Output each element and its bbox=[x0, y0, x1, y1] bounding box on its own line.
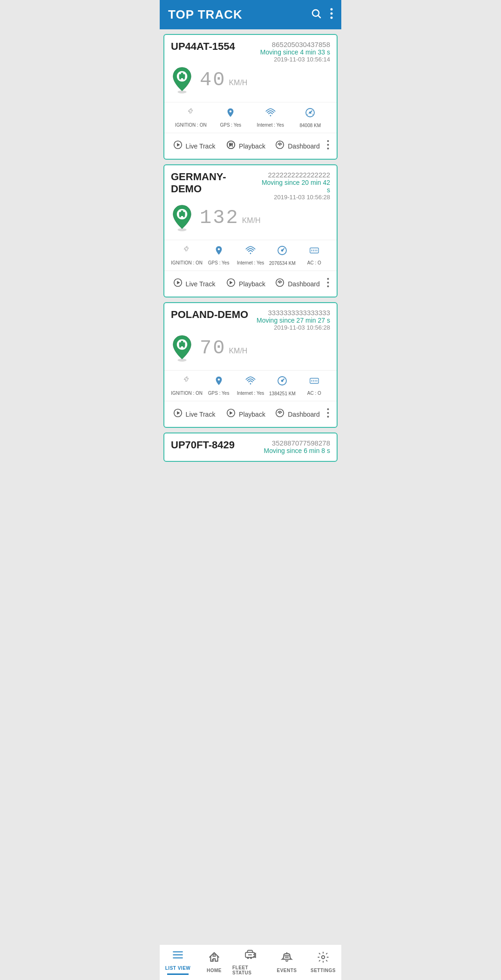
more-menu-icon[interactable] bbox=[330, 8, 333, 22]
nav-settings[interactable]: SETTINGS bbox=[305, 951, 341, 973]
odometer-stat: 1384251 KM bbox=[266, 375, 298, 396]
svg-point-10 bbox=[183, 78, 185, 80]
svg-point-23 bbox=[327, 144, 329, 146]
dashboard-button[interactable]: Dashboard bbox=[271, 138, 323, 154]
svg-point-48 bbox=[327, 285, 329, 287]
live-track-label: Live Track bbox=[186, 411, 216, 418]
vehicle-timestamp: 2019-11-03 10:56:28 bbox=[274, 194, 330, 201]
dashboard-button[interactable]: Dashboard bbox=[271, 406, 323, 422]
vehicle-actions: Live Track Playback bbox=[164, 401, 337, 427]
nav-fleet-label: FLEET STATUS bbox=[232, 965, 269, 975]
vehicle-card: GERMANY-DEMO 2222222222222222 Moving sin… bbox=[163, 164, 338, 297]
gps-stat: GPS : Yes bbox=[211, 108, 251, 128]
svg-point-69 bbox=[279, 412, 281, 414]
svg-point-70 bbox=[327, 408, 329, 410]
live-track-button[interactable]: Live Track bbox=[168, 276, 220, 292]
svg-marker-67 bbox=[230, 411, 232, 414]
odometer-icon bbox=[277, 375, 288, 389]
svg-rect-52 bbox=[181, 341, 183, 343]
nav-home-label: HOME bbox=[207, 968, 222, 973]
search-icon[interactable] bbox=[311, 8, 322, 22]
internet-stat: Internet : Yes bbox=[235, 245, 266, 265]
svg-point-53 bbox=[179, 346, 181, 348]
svg-point-9 bbox=[179, 78, 181, 80]
svg-marker-16 bbox=[177, 143, 180, 146]
events-icon bbox=[281, 951, 293, 966]
vehicle-name: GERMANY-DEMO bbox=[171, 171, 257, 195]
playback-label: Playback bbox=[239, 280, 265, 288]
ignition-label: IGNITION : ON bbox=[175, 122, 207, 128]
bottom-navigation: LIST VIEW HOME FLEE bbox=[160, 944, 341, 980]
svg-line-58 bbox=[282, 379, 284, 381]
vehicle-timestamp: 2019-11-03 10:56:14 bbox=[274, 56, 330, 63]
dashboard-button[interactable]: Dashboard bbox=[271, 276, 323, 292]
nav-events[interactable]: EVENTS bbox=[269, 951, 305, 973]
vehicle-actions: Live Track Playback bbox=[164, 133, 337, 159]
svg-point-45 bbox=[279, 282, 281, 284]
svg-point-72 bbox=[327, 416, 329, 418]
live-track-button[interactable]: Live Track bbox=[168, 138, 220, 154]
svg-point-85 bbox=[322, 955, 325, 959]
vehicle-device-id: 2222222222222222 bbox=[268, 171, 330, 179]
location-pin-icon bbox=[171, 204, 193, 231]
vehicle-actions: Live Track Playback bbox=[164, 270, 337, 297]
ac-label: AC : O bbox=[307, 260, 321, 265]
gps-icon bbox=[225, 108, 236, 121]
settings-icon bbox=[317, 951, 329, 966]
svg-marker-41 bbox=[177, 281, 180, 284]
odometer-label: 2076534 KM bbox=[269, 261, 296, 266]
vehicle-stats: IGNITION : ON GPS : Yes bbox=[164, 240, 337, 270]
playback-button[interactable]: Playback bbox=[220, 138, 271, 154]
svg-point-22 bbox=[327, 140, 329, 142]
dashboard-icon bbox=[275, 140, 285, 152]
ac-label: AC : O bbox=[307, 391, 321, 396]
speed-unit: KM/H bbox=[229, 347, 247, 355]
location-pin-icon bbox=[171, 67, 193, 94]
svg-point-55 bbox=[250, 383, 251, 385]
svg-rect-28 bbox=[181, 210, 183, 212]
dashboard-label: Dashboard bbox=[288, 142, 320, 150]
app-title: TOP TRACK bbox=[168, 7, 243, 22]
nav-list-view[interactable]: LIST VIEW bbox=[160, 949, 196, 975]
nav-fleet-status[interactable]: FLEET STATUS bbox=[232, 948, 269, 975]
playback-button[interactable]: Playback bbox=[220, 406, 271, 422]
fleet-status-icon bbox=[244, 948, 257, 963]
svg-rect-8 bbox=[181, 73, 183, 74]
vehicle-status: Moving since 4 min 33 s bbox=[260, 48, 330, 56]
svg-point-47 bbox=[327, 282, 329, 284]
live-track-icon bbox=[173, 408, 183, 420]
ignition-icon bbox=[182, 245, 192, 258]
svg-point-30 bbox=[183, 216, 185, 217]
speed-unit: KM/H bbox=[229, 79, 247, 87]
vehicle-status: Moving since 6 min 8 s bbox=[264, 447, 330, 454]
svg-point-54 bbox=[183, 346, 185, 348]
svg-point-21 bbox=[279, 144, 281, 146]
vehicle-card: UP44AT-1554 865205030437858 Moving since… bbox=[163, 34, 338, 160]
svg-point-11 bbox=[270, 115, 271, 116]
home-icon bbox=[208, 951, 220, 966]
live-track-icon bbox=[173, 140, 183, 152]
live-track-button[interactable]: Live Track bbox=[168, 406, 220, 422]
dashboard-icon bbox=[275, 408, 285, 420]
more-actions-button[interactable] bbox=[323, 406, 333, 422]
vehicle-list: UP44AT-1554 865205030437858 Moving since… bbox=[160, 29, 341, 499]
nav-home[interactable]: HOME bbox=[196, 951, 232, 973]
svg-rect-7 bbox=[179, 74, 185, 78]
list-view-icon bbox=[172, 949, 184, 964]
dashboard-icon bbox=[275, 277, 285, 290]
ac-icon bbox=[309, 245, 319, 258]
ac-stat: AC : O bbox=[298, 245, 330, 265]
more-actions-button[interactable] bbox=[323, 138, 333, 154]
ignition-label: IGNITION : ON bbox=[171, 391, 203, 396]
odometer-icon bbox=[277, 245, 288, 259]
playback-icon bbox=[226, 140, 236, 152]
more-actions-button[interactable] bbox=[323, 276, 333, 291]
nav-list-label: LIST VIEW bbox=[165, 966, 191, 971]
svg-point-3 bbox=[331, 12, 333, 14]
playback-button[interactable]: Playback bbox=[220, 276, 271, 292]
svg-rect-59 bbox=[310, 378, 318, 384]
dashboard-label: Dashboard bbox=[288, 411, 320, 418]
vehicle-name: UP44AT-1554 bbox=[171, 41, 235, 53]
wifi-icon bbox=[245, 376, 256, 389]
vehicle-device-id: 3333333333333333 bbox=[268, 309, 330, 317]
